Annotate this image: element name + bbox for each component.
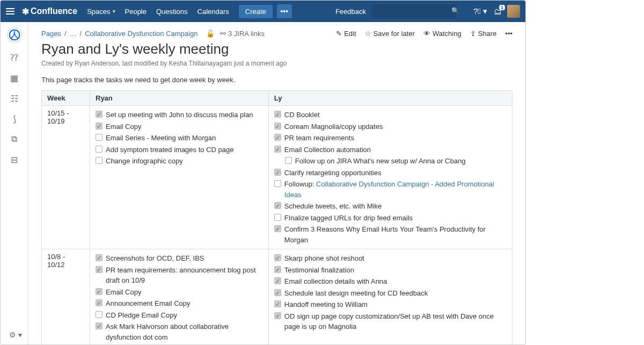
task-line: Ask Mark Halvorson about collaborative d… [96,321,263,343]
checkbox-icon[interactable] [96,146,103,153]
task-line: Email collection details with Anna [274,276,507,288]
task-line: Confirm 3 Reasons Why Email Hurts Your T… [274,224,507,246]
task-text: Follow up on JIRA What's new setup w/ An… [295,156,466,167]
checkbox-icon[interactable] [96,254,103,261]
checkbox-icon[interactable] [96,311,103,318]
space-icon[interactable]: 人 [7,27,22,42]
checkbox-icon[interactable] [274,225,281,232]
search-icon: 🔍 [451,7,459,15]
task-line: Screenshots for OCD, DEF, IBS [96,253,263,264]
checkbox-icon[interactable] [285,157,292,164]
task-text: Testimonial finalization [284,265,354,276]
watching-button[interactable]: 👁 Watching [423,30,462,38]
checkbox-icon[interactable] [274,169,281,176]
search-input[interactable] [371,4,457,18]
checkbox-icon[interactable] [96,288,103,295]
breadcrumb-current[interactable]: Collaborative Dysfunction Campaign [85,30,197,38]
task-text: CD Booklet [284,110,320,120]
col-week: Week [42,91,90,106]
unlock-icon[interactable]: 🔓 [206,30,215,38]
save-button[interactable]: ☆ Save for later [365,30,415,38]
rail-questions-icon[interactable]: ⁇ [9,52,20,63]
task-text: Coream Magnolia/copy updates [284,121,383,132]
checkbox-icon[interactable] [96,299,103,306]
jira-links[interactable]: ⚯ 3 JIRA links [220,30,265,38]
rail-calendar-icon[interactable]: ▦ [9,73,20,83]
task-link[interactable]: Collaborative Dysfunction Campaign - Add… [284,180,494,199]
app-frame: Confluence Spaces▾ People Questions Cale… [0,0,526,345]
task-text: PR team requirements [284,133,354,143]
share-button[interactable]: ⇪ Share [470,30,497,38]
nav-people[interactable]: People [125,8,147,16]
task-text: Schedule last design meeting for CD feed… [284,288,428,299]
task-line: Email Copy [96,121,263,133]
create-more-button[interactable]: ••• [277,4,292,18]
checkbox-icon[interactable] [274,111,281,118]
avatar[interactable] [507,5,520,18]
task-text: Confirm 3 Reasons Why Email Hurts Your T… [284,224,507,245]
tasks-table: Week Ryan Ly 10/15 - 10/19 Set up meetin… [41,90,513,344]
help-icon[interactable]: ?⃝ ▾ [473,6,487,16]
notifications-icon[interactable]: 🗂1 [494,7,502,16]
rail-copy-icon[interactable]: ⧉ [9,134,20,145]
checkbox-icon[interactable] [274,134,281,141]
nav-calendars[interactable]: Calendars [197,8,229,16]
checkbox-icon[interactable] [96,157,103,164]
ly-cell: Skarp phone shot reshoot Testimonial fin… [268,249,512,345]
task-line: Email Copy [96,286,263,298]
task-line: Testimonial finalization [274,264,507,276]
menu-icon[interactable] [6,6,17,17]
task-line: Follow up on JIRA What's new setup w/ An… [274,155,507,167]
task-line: Change infographic copy [96,155,263,167]
checkbox-icon[interactable] [274,180,281,187]
checkbox-icon[interactable] [274,146,281,153]
col-ryan: Ryan [90,91,269,106]
logo[interactable]: Confluence [22,6,77,17]
task-text: Handoff meeting to William [284,299,368,310]
settings-icon[interactable]: ⚙ ▾ [9,330,22,339]
nav-questions[interactable]: Questions [156,8,188,16]
feedback-link[interactable]: Feedback [335,8,366,16]
ryan-cell: Set up meeting with John to discuss medi… [90,106,269,249]
checkbox-icon[interactable] [274,254,281,261]
more-actions-button[interactable]: ••• [505,30,513,38]
page-intro: This page tracks the tasks we need to ge… [41,76,513,84]
col-ly: Ly [268,91,512,106]
task-line: Schedule last design meeting for CD feed… [274,288,507,299]
table-row: 10/15 - 10/19 Set up meeting with John t… [42,106,513,249]
ly-cell: CD Booklet Coream Magnolia/copy updates … [268,106,512,249]
checkbox-icon[interactable] [96,134,103,141]
checkbox-icon[interactable] [274,300,281,307]
task-text: Email Copy [106,287,141,298]
rail-rss-icon[interactable]: ⟆ [9,113,20,124]
task-line: Clarify retargeting opportunities [274,167,507,179]
breadcrumb-ellipsis[interactable]: … [70,30,77,38]
edit-button[interactable]: ✎ Edit [336,30,356,38]
task-text: Clarify retargeting opportunities [284,168,382,178]
checkbox-icon[interactable] [274,289,281,296]
checkbox-icon[interactable] [274,214,281,221]
breadcrumb-root[interactable]: Pages [41,30,61,38]
page-meta: Created by Ryan Anderson, last modified … [41,60,513,67]
create-button[interactable]: Create [239,5,273,18]
checkbox-icon[interactable] [274,123,281,130]
checkbox-icon[interactable] [96,322,103,329]
task-text: Email Collection automation [284,145,371,155]
checkbox-icon[interactable] [96,123,103,130]
table-row: 10/8 - 10/12 Screenshots for OCD, DEF, I… [42,249,513,345]
task-line: PR team requirements: announcement blog … [96,264,263,286]
checkbox-icon[interactable] [96,111,103,118]
rail-blog-icon[interactable]: ☷ [9,93,20,104]
checkbox-icon[interactable] [274,277,281,284]
checkbox-icon[interactable] [96,266,103,273]
task-text: OD sign up page copy customization/Set u… [284,311,507,332]
checkbox-icon[interactable] [274,312,281,319]
left-rail: 人 ⁇ ▦ ☷ ⟆ ⧉ ⊟ ⚙ ▾ [1,22,28,344]
checkbox-icon[interactable] [274,202,281,209]
checkbox-icon[interactable] [274,266,281,273]
task-line: Handoff meeting to William [274,299,507,311]
task-text: Set up meeting with John to discuss medi… [106,110,253,120]
task-text: Add symptom treated images to CD page [106,145,233,155]
rail-tree-icon[interactable]: ⊟ [9,154,20,165]
nav-spaces[interactable]: Spaces▾ [87,8,115,16]
